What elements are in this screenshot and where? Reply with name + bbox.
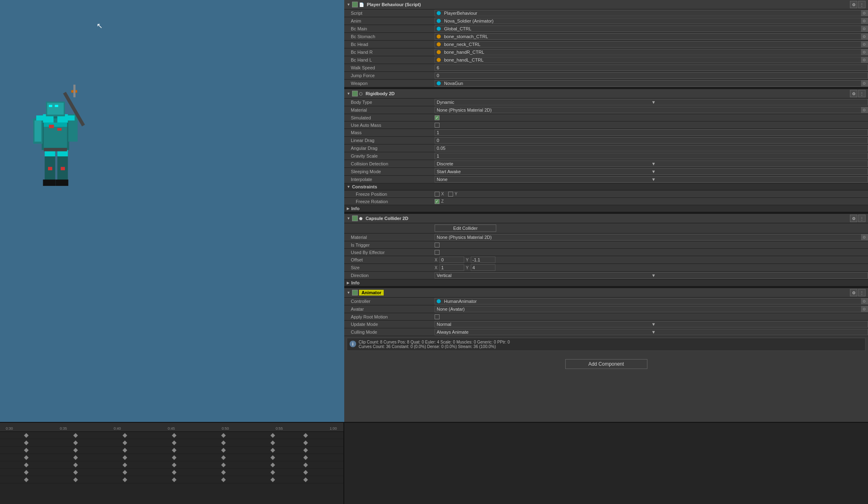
player-behaviour-header[interactable]: ▼ 📄 Player Behaviour (Script) ⚙ ⋮ bbox=[344, 0, 868, 9]
keyframe-diamond[interactable] bbox=[122, 470, 127, 474]
keyframe-diamond[interactable] bbox=[172, 463, 176, 467]
keyframe-diamond[interactable] bbox=[73, 448, 78, 452]
inspector-content[interactable]: ▼ 📄 Player Behaviour (Script) ⚙ ⋮ Script… bbox=[344, 0, 868, 422]
keyframe-diamond[interactable] bbox=[122, 477, 127, 482]
anim-value-field[interactable]: Nova_Soldier (Animator) ⊙ bbox=[435, 18, 868, 24]
keyframe-diamond[interactable] bbox=[221, 477, 226, 482]
controller-selector-btn[interactable]: ⊙ bbox=[861, 298, 868, 305]
keyframe-diamond[interactable] bbox=[24, 455, 28, 460]
keyframe-diamond[interactable] bbox=[122, 433, 127, 438]
bc-head-value-field[interactable]: bone_neck_CTRL ⊙ bbox=[435, 41, 868, 48]
keyframe-diamond[interactable] bbox=[122, 455, 127, 460]
keyframe-diamond[interactable] bbox=[270, 470, 275, 474]
keyframe-diamond[interactable] bbox=[73, 477, 78, 482]
controller-value-field[interactable]: HumanAnimator ⊙ bbox=[435, 298, 868, 305]
jump-force-input[interactable] bbox=[435, 72, 868, 79]
keyframe-diamond[interactable] bbox=[24, 448, 28, 452]
cc2d-material-selector[interactable]: ⊙ bbox=[861, 234, 868, 241]
freeze-pos-y-checkbox[interactable] bbox=[448, 192, 453, 197]
keyframe-diamond[interactable] bbox=[221, 448, 226, 452]
body-type-dropdown[interactable]: Dynamic ▼ bbox=[435, 99, 868, 105]
animator-more-icon[interactable]: ⋮ bbox=[858, 289, 866, 296]
capsule-collider-header[interactable]: ▼ ⬟ Capsule Collider 2D ⚙ ⋮ bbox=[344, 214, 868, 223]
bc-stomach-selector-btn[interactable]: ⊙ bbox=[861, 33, 868, 40]
keyframe-diamond[interactable] bbox=[221, 470, 226, 474]
is-trigger-checkbox[interactable] bbox=[435, 243, 440, 247]
update-mode-dropdown[interactable]: Normal ▼ bbox=[435, 321, 868, 328]
animator-settings-icon[interactable]: ⚙ bbox=[850, 289, 857, 296]
keyframe-diamond[interactable] bbox=[24, 477, 28, 482]
avatar-value-field[interactable]: None (Avatar) ⊙ bbox=[435, 306, 868, 312]
collision-detection-dropdown[interactable]: Discrete ▼ bbox=[435, 160, 868, 167]
bc-stomach-value-field[interactable]: bone_stomach_CTRL ⊙ bbox=[435, 33, 868, 40]
gravity-scale-input[interactable] bbox=[435, 153, 868, 159]
offset-y-input[interactable] bbox=[471, 257, 495, 263]
animator-header[interactable]: ▼ Animator ⚙ ⋮ bbox=[344, 288, 868, 298]
keyframe-diamond[interactable] bbox=[122, 463, 127, 467]
rigidbody2d-header[interactable]: ▼ ⬡ Rigidbody 2D ⚙ ⋮ bbox=[344, 89, 868, 99]
apply-root-motion-checkbox[interactable] bbox=[435, 314, 440, 319]
interpolate-dropdown[interactable]: None ▼ bbox=[435, 176, 868, 183]
bc-handl-selector-btn[interactable]: ⊙ bbox=[861, 57, 868, 63]
used-by-effector-checkbox[interactable] bbox=[435, 250, 440, 255]
keyframe-diamond[interactable] bbox=[303, 448, 308, 452]
keyframe-diamond[interactable] bbox=[73, 455, 78, 460]
keyframe-diamond[interactable] bbox=[172, 433, 176, 438]
keyframe-diamond[interactable] bbox=[303, 440, 308, 445]
cc2d-toggle[interactable] bbox=[352, 215, 358, 221]
rb2d-material-field[interactable]: None (Physics Material 2D) ⊙ bbox=[435, 107, 868, 113]
keyframe-diamond[interactable] bbox=[270, 433, 275, 438]
angular-drag-input[interactable] bbox=[435, 145, 868, 151]
rb2d-toggle[interactable] bbox=[352, 91, 358, 96]
freeze-pos-x-checkbox[interactable] bbox=[435, 192, 440, 197]
script-selector-btn[interactable]: ⊙ bbox=[861, 10, 868, 16]
size-x-input[interactable] bbox=[440, 264, 464, 271]
keyframe-diamond[interactable] bbox=[24, 433, 28, 438]
keyframe-diamond[interactable] bbox=[73, 433, 78, 438]
rb2d-more-icon[interactable]: ⋮ bbox=[858, 90, 866, 97]
edit-collider-btn[interactable]: Edit Collider bbox=[435, 225, 496, 232]
culling-mode-dropdown[interactable]: Always Animate ▼ bbox=[435, 329, 868, 335]
keyframe-diamond[interactable] bbox=[303, 477, 308, 482]
rb2d-info-section[interactable]: ▶ Info bbox=[344, 205, 868, 212]
bc-handl-value-field[interactable]: bone_handL_CTRL ⊙ bbox=[435, 57, 868, 63]
keyframe-diamond[interactable] bbox=[270, 448, 275, 452]
weapon-selector-btn[interactable]: ⊙ bbox=[861, 80, 868, 87]
keyframe-diamond[interactable] bbox=[24, 470, 28, 474]
bc-main-value-field[interactable]: Global_CTRL ⊙ bbox=[435, 25, 868, 32]
keyframe-diamond[interactable] bbox=[172, 448, 176, 452]
add-component-btn[interactable]: Add Component bbox=[565, 359, 647, 369]
keyframe-diamond[interactable] bbox=[303, 455, 308, 460]
rb2d-material-selector[interactable]: ⊙ bbox=[861, 107, 868, 113]
keyframe-diamond[interactable] bbox=[172, 470, 176, 474]
keyframe-diamond[interactable] bbox=[172, 455, 176, 460]
keyframe-diamond[interactable] bbox=[122, 440, 127, 445]
keyframe-diamond[interactable] bbox=[24, 463, 28, 467]
keyframe-diamond[interactable] bbox=[221, 463, 226, 467]
keyframe-diamond[interactable] bbox=[172, 440, 176, 445]
keyframe-diamond[interactable] bbox=[270, 477, 275, 482]
auto-mass-checkbox[interactable] bbox=[435, 123, 440, 128]
anim-selector-btn[interactable]: ⊙ bbox=[861, 18, 868, 24]
linear-drag-input[interactable] bbox=[435, 137, 868, 144]
keyframe-diamond[interactable] bbox=[122, 448, 127, 452]
keyframe-diamond[interactable] bbox=[270, 455, 275, 460]
size-y-input[interactable] bbox=[471, 264, 495, 271]
cc2d-more-icon[interactable]: ⋮ bbox=[858, 215, 866, 222]
cc2d-settings-icon[interactable]: ⚙ bbox=[850, 215, 857, 222]
mass-input[interactable] bbox=[435, 129, 868, 136]
script-toggle[interactable] bbox=[352, 2, 358, 7]
keyframe-diamond[interactable] bbox=[303, 463, 308, 467]
keyframe-diamond[interactable] bbox=[172, 477, 176, 482]
keyframe-diamond[interactable] bbox=[270, 463, 275, 467]
keyframe-diamond[interactable] bbox=[73, 440, 78, 445]
script-settings-icon[interactable]: ⚙ bbox=[850, 1, 857, 8]
keyframe-diamond[interactable] bbox=[73, 470, 78, 474]
offset-x-input[interactable] bbox=[440, 257, 464, 263]
walk-speed-input[interactable] bbox=[435, 64, 868, 71]
keyframe-diamond[interactable] bbox=[24, 440, 28, 445]
constraints-section[interactable]: ▼ Constraints bbox=[344, 183, 868, 190]
keyframe-diamond[interactable] bbox=[221, 440, 226, 445]
keyframe-diamond[interactable] bbox=[303, 433, 308, 438]
keyframe-diamond[interactable] bbox=[73, 463, 78, 467]
